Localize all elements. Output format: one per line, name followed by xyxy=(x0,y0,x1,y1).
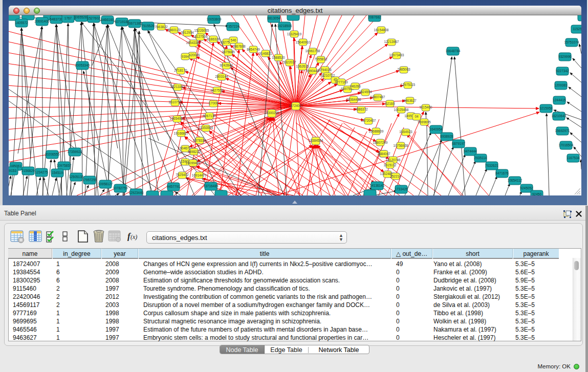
svg-text:9115460: 9115460 xyxy=(420,105,432,109)
svg-text:1610755: 1610755 xyxy=(168,100,182,104)
svg-text:1209383: 1209383 xyxy=(554,83,568,87)
svg-text:17359924: 17359924 xyxy=(68,150,82,154)
svg-text:9474444: 9474444 xyxy=(464,149,477,153)
svg-text:04: 04 xyxy=(415,115,419,118)
svg-text:7825402: 7825402 xyxy=(176,173,189,177)
svg-text:8660123: 8660123 xyxy=(167,28,181,32)
svg-text:9427552: 9427552 xyxy=(210,89,224,92)
svg-text:16210643: 16210643 xyxy=(552,114,567,118)
svg-text:7886372: 7886372 xyxy=(355,107,368,111)
svg-text:1362615: 1362615 xyxy=(296,64,309,68)
svg-text:20691406: 20691406 xyxy=(35,19,50,23)
svg-text:14120746: 14120746 xyxy=(386,158,401,162)
svg-text:1234275: 1234275 xyxy=(35,170,48,174)
svg-text:1767: 1767 xyxy=(64,16,72,20)
svg-text:10025458: 10025458 xyxy=(394,108,409,112)
svg-text:6466160: 6466160 xyxy=(101,18,114,21)
svg-text:9227342: 9227342 xyxy=(556,69,569,73)
svg-text:17957255: 17957255 xyxy=(82,178,97,182)
svg-text:10973493: 10973493 xyxy=(389,53,404,57)
svg-text:2935114: 2935114 xyxy=(474,156,487,160)
svg-text:9245052: 9245052 xyxy=(520,186,533,190)
svg-text:62160: 62160 xyxy=(385,102,395,105)
svg-text:2156829: 2156829 xyxy=(21,169,35,172)
svg-text:17006: 17006 xyxy=(209,101,218,105)
svg-text:1527602: 1527602 xyxy=(87,16,100,20)
svg-text:18300295: 18300295 xyxy=(265,111,279,115)
svg-text:10958127: 10958127 xyxy=(98,182,113,186)
svg-text:9463627: 9463627 xyxy=(403,99,417,102)
svg-text:14136141: 14136141 xyxy=(370,184,385,187)
svg-text:11525: 11525 xyxy=(573,27,581,31)
svg-text:1654923: 1654923 xyxy=(399,130,412,134)
svg-text:39153: 39153 xyxy=(9,169,16,172)
svg-text:(x): (x) xyxy=(130,233,137,240)
svg-text:13716485: 13716485 xyxy=(204,184,219,188)
svg-text:2087682: 2087682 xyxy=(368,15,381,19)
svg-text:8267130: 8267130 xyxy=(203,114,216,118)
svg-text:11325419: 11325419 xyxy=(287,32,302,36)
svg-text:5322037: 5322037 xyxy=(283,60,296,64)
svg-text:1615112: 1615112 xyxy=(384,163,397,167)
svg-text:11353594: 11353594 xyxy=(199,126,213,129)
svg-text:10053809: 10053809 xyxy=(207,17,222,21)
svg-text:10975857: 10975857 xyxy=(57,164,72,167)
svg-text:15226055: 15226055 xyxy=(194,29,209,32)
svg-text:12975115: 12975115 xyxy=(401,83,416,86)
svg-text:15692971: 15692971 xyxy=(555,129,570,133)
svg-text:7357224: 7357224 xyxy=(226,25,239,28)
svg-text:9242843: 9242843 xyxy=(220,63,233,67)
svg-text:3912954: 3912954 xyxy=(181,31,194,34)
svg-text:1640954: 1640954 xyxy=(429,127,443,131)
svg-text:1167534: 1167534 xyxy=(567,156,580,160)
svg-text:1588520: 1588520 xyxy=(272,56,285,59)
svg-text:16961758: 16961758 xyxy=(306,49,320,53)
svg-text:2803144: 2803144 xyxy=(215,75,228,78)
svg-text:10807487: 10807487 xyxy=(371,95,385,99)
svg-text:9146821: 9146821 xyxy=(259,52,272,55)
svg-text:154519: 154519 xyxy=(52,171,63,174)
svg-text:16914479: 16914479 xyxy=(192,173,207,177)
svg-text:2718170: 2718170 xyxy=(174,69,187,72)
svg-text:16154808: 16154808 xyxy=(374,28,389,32)
svg-text:6794028: 6794028 xyxy=(318,68,332,72)
svg-text:15720407: 15720407 xyxy=(361,119,376,122)
svg-text:15640910: 15640910 xyxy=(296,40,311,44)
svg-text:8471676: 8471676 xyxy=(495,171,509,175)
svg-text:16671385: 16671385 xyxy=(127,21,142,25)
svg-text:92450: 92450 xyxy=(532,192,541,195)
svg-text:9394: 9394 xyxy=(182,55,189,58)
svg-text:3215958: 3215958 xyxy=(539,106,553,110)
svg-text:5483739: 5483739 xyxy=(50,17,63,21)
svg-text:20053346: 20053346 xyxy=(75,63,90,67)
svg-text:14099489: 14099489 xyxy=(186,161,201,165)
svg-text:8813054: 8813054 xyxy=(267,16,280,20)
svg-text:1244415: 1244415 xyxy=(553,98,566,102)
svg-text:9777169: 9777169 xyxy=(335,80,348,84)
svg-text:19654982: 19654982 xyxy=(170,117,185,120)
svg-text:8454749: 8454749 xyxy=(247,48,260,51)
svg-text:1405572: 1405572 xyxy=(15,21,28,25)
svg-text:252214: 252214 xyxy=(390,174,401,178)
svg-text:3684067: 3684067 xyxy=(377,152,390,156)
svg-text:3875685: 3875685 xyxy=(222,50,235,54)
svg-text:12923446: 12923446 xyxy=(129,191,144,194)
svg-text:12505135: 12505135 xyxy=(69,175,84,179)
svg-text:20206555: 20206555 xyxy=(45,152,60,156)
svg-text:9990448: 9990448 xyxy=(306,69,319,73)
svg-text:18807249: 18807249 xyxy=(373,141,388,144)
svg-text:7632621: 7632621 xyxy=(485,164,498,167)
svg-text:18724007: 18724007 xyxy=(289,104,303,107)
svg-text:17016504: 17016504 xyxy=(559,143,574,147)
svg-text:7955812: 7955812 xyxy=(314,57,328,61)
svg-text:20364436: 20364436 xyxy=(346,98,361,101)
svg-text:746266: 746266 xyxy=(350,84,361,88)
svg-text:9457791: 9457791 xyxy=(167,185,180,188)
svg-text:6879197: 6879197 xyxy=(452,142,465,145)
svg-text:7515526: 7515526 xyxy=(141,24,155,28)
svg-text:16648784: 16648784 xyxy=(446,49,461,53)
svg-text:7663822: 7663822 xyxy=(155,25,168,29)
svg-text:12213383: 12213383 xyxy=(170,85,185,89)
svg-text:546: 546 xyxy=(231,38,236,42)
svg-text:18127509: 18127509 xyxy=(193,35,208,38)
